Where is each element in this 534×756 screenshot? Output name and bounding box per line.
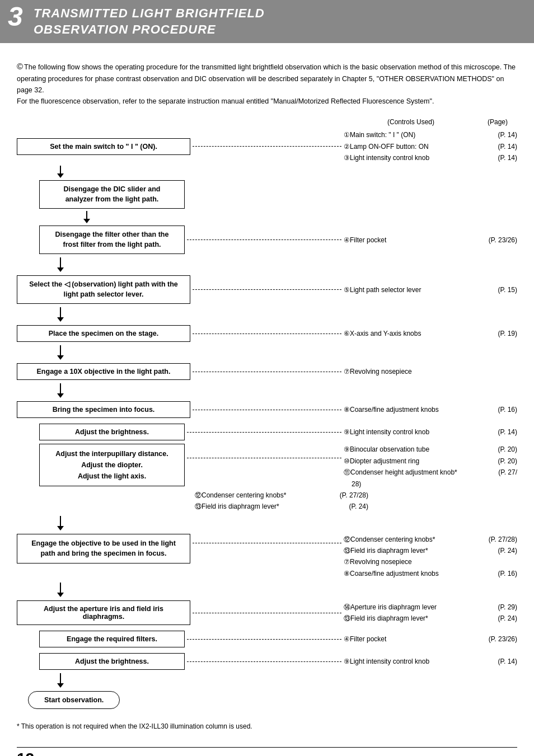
step10-row: Engage the objective to be used in the l… xyxy=(17,534,517,580)
step11-connector xyxy=(193,613,341,613)
arrow9 xyxy=(17,673,104,688)
step12-connector xyxy=(187,639,341,640)
header-number: 3 xyxy=(8,3,23,30)
step7-connector xyxy=(193,410,341,410)
flow-diagram: Set the main switch to " I " (ON). ①Main… xyxy=(17,129,517,709)
step9-box: Adjust the interpupillary distance. Adju… xyxy=(39,444,185,486)
step12-right: ④Filter pocket (P. 23/26) xyxy=(344,633,517,645)
step4-right: ⑤Light path selector lever (P. 15) xyxy=(344,284,517,295)
step7-box: Bring the specimen into focus. xyxy=(17,401,190,418)
step14-row: Start observation. xyxy=(17,691,517,709)
step10-right: ⑫Condenser centering knobs* ⑬Field iris … xyxy=(344,534,517,580)
step4-row: Select the ◁ (observation) light path wi… xyxy=(17,275,517,304)
step4-box: Select the ◁ (observation) light path wi… xyxy=(17,275,190,304)
step13-box: Adjust the brightness. xyxy=(39,653,185,670)
page-header: (Page) xyxy=(478,118,517,126)
arrow7 xyxy=(17,516,104,530)
step3-connector xyxy=(187,240,341,240)
arrow1 xyxy=(17,166,104,178)
step6-box: Engage a 10X objective in the light path… xyxy=(17,363,190,380)
step1-row: Set the main switch to " I " (ON). ①Main… xyxy=(17,129,517,163)
step7-right: ⑧Coarse/fine adjustment knobs (P. 16) xyxy=(344,404,517,415)
step5-right: ⑥X-axis and Y-axis knobs (P. 19) xyxy=(344,328,517,339)
step6-row: Engage a 10X objective in the light path… xyxy=(17,363,517,380)
step7-row: Bring the specimen into focus. ⑧Coarse/f… xyxy=(17,401,517,418)
step8-row: Adjust the brightness. ⑨Light intensity … xyxy=(17,424,517,440)
step6-right: ⑦Revolving nosepiece xyxy=(344,366,517,377)
step12-row: Engage the required filters. ④Filter poc… xyxy=(17,631,517,647)
page-number: 12 xyxy=(17,750,34,756)
step13-connector xyxy=(187,661,341,662)
step10-box: Engage the objective to be used in the l… xyxy=(17,534,190,564)
step9-connector xyxy=(187,458,341,458)
arrow2 xyxy=(39,211,134,223)
step13-right: ⑨Light intensity control knob (P. 14) xyxy=(344,656,517,667)
footnote: * This operation is not required when th… xyxy=(17,722,517,730)
step8-right: ⑨Light intensity control knob (P. 14) xyxy=(344,426,517,438)
arrow5 xyxy=(17,345,104,360)
step5-box: Place the specimen on the stage. xyxy=(17,325,190,342)
step10-connector xyxy=(193,543,341,543)
step8-connector xyxy=(187,432,341,433)
header: 3 TRANSMITTED LIGHT BRIGHTFIELD OBSERVAT… xyxy=(0,0,534,43)
step11-row: Adjust the aperture iris and field iris … xyxy=(17,600,517,625)
step8-box: Adjust the brightness. xyxy=(39,424,185,440)
page-number-area: 12 xyxy=(17,747,517,756)
arrow4 xyxy=(17,307,104,322)
step9-extra: ⑫Condenser centering knobs* (P. 27/28) ⑬… xyxy=(190,490,517,513)
header-title: TRANSMITTED LIGHT BRIGHTFIELD OBSERVATIO… xyxy=(34,6,523,37)
arrow3 xyxy=(17,257,104,272)
bullet-symbol: © xyxy=(17,62,23,71)
step2-box: Disengage the DIC slider andanalyzer fro… xyxy=(39,180,185,209)
step4-connector xyxy=(193,289,341,290)
intro-text: The following flow shows the operating p… xyxy=(17,63,516,105)
step12-box: Engage the required filters. xyxy=(39,631,185,647)
step5-connector xyxy=(193,334,341,334)
step3-box: Disengage the filter other than thefrost… xyxy=(39,226,185,254)
step1-connector xyxy=(193,146,341,147)
step1-right: ①Main switch: " I " (ON) ②Lamp ON-OFF bu… xyxy=(344,129,517,163)
controls-used-header: (Controls Used) xyxy=(344,118,478,126)
step2-row: Disengage the DIC slider andanalyzer fro… xyxy=(39,180,517,209)
intro-paragraph: ©The following flow shows the operating … xyxy=(17,60,517,107)
step11-box: Adjust the aperture iris and field iris … xyxy=(17,600,190,625)
step6-connector xyxy=(193,372,341,372)
step5-row: Place the specimen on the stage. ⑥X-axis… xyxy=(17,325,517,342)
arrow8 xyxy=(17,583,104,597)
step1-box: Set the main switch to " I " (ON). xyxy=(17,138,190,155)
step3-row: Disengage the filter other than thefrost… xyxy=(17,226,517,254)
arrow6 xyxy=(17,383,104,398)
step3-right: ④Filter pocket (P. 23/26) xyxy=(344,234,517,246)
step9-row: Adjust the interpupillary distance. Adju… xyxy=(17,444,517,490)
column-headers: (Controls Used) (Page) xyxy=(17,118,517,126)
step14-oval: Start observation. xyxy=(28,691,120,709)
step11-right: ⑭Aperture iris diaphragm lever ⑬Field ir… xyxy=(344,602,517,624)
step13-row: Adjust the brightness. ⑨Light intensity … xyxy=(17,653,517,670)
step9-right: ⑨Binocular observation tube ⑩Diopter adj… xyxy=(344,444,517,490)
